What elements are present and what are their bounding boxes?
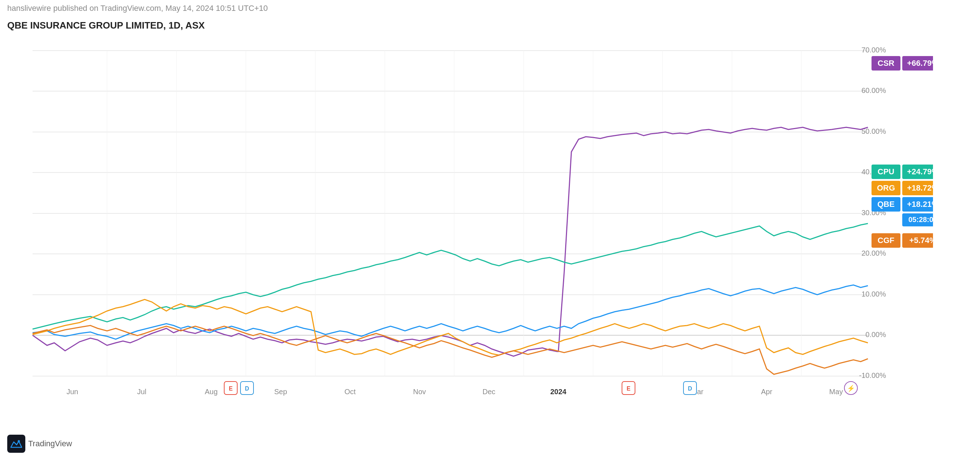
event-d2[interactable]: D (684, 382, 697, 395)
chart-title: QBE INSURANCE GROUP LIMITED, 1D, ASX (7, 20, 205, 31)
org-badge[interactable]: ORG (872, 181, 900, 195)
svg-text:60.00%: 60.00% (861, 86, 886, 94)
cgf-value-badge: +5.74% (902, 233, 933, 248)
svg-point-75 (18, 440, 20, 442)
svg-text:05:28:00: 05:28:00 (908, 215, 933, 223)
svg-text:ORG: ORG (877, 183, 895, 193)
svg-text:D: D (245, 385, 249, 392)
svg-text:CGF: CGF (878, 236, 894, 245)
cpu-line (33, 223, 868, 329)
csr-badge[interactable]: CSR (872, 56, 900, 70)
org-value-badge: +18.72% (902, 181, 933, 195)
svg-text:Nov: Nov (413, 388, 426, 396)
svg-text:70.00%: 70.00% (861, 46, 886, 54)
svg-text:CPU: CPU (878, 167, 894, 176)
svg-text:May: May (829, 388, 843, 396)
tradingview-text: TradingView (28, 439, 72, 449)
cgf-badge[interactable]: CGF (872, 233, 900, 248)
cpu-value-badge: +24.79% (902, 164, 933, 179)
csr-value-badge: +66.79% (902, 56, 933, 70)
svg-text:+18.21%: +18.21% (907, 200, 933, 209)
svg-text:+18.72%: +18.72% (907, 183, 933, 193)
svg-rect-74 (7, 435, 25, 453)
event-e1[interactable]: E (224, 382, 237, 395)
svg-text:E: E (229, 385, 233, 392)
csr-line (33, 127, 868, 356)
qbe-time-badge: 05:28:00 (902, 213, 933, 226)
svg-text:Aug: Aug (205, 388, 218, 396)
svg-text:+24.79%: +24.79% (907, 167, 933, 176)
svg-text:-10.00%: -10.00% (859, 371, 886, 379)
publisher-meta: hanslivewire published on TradingView.co… (7, 4, 268, 13)
event-lightning[interactable]: ⚡ (845, 382, 858, 395)
svg-text:Apr: Apr (761, 388, 772, 396)
y-axis-labels: -10.00% 0.00% 10.00% 20.00% 30.00% 40.00… (859, 46, 886, 379)
cpu-badge[interactable]: CPU (872, 164, 900, 179)
svg-text:Jul: Jul (137, 388, 146, 396)
svg-text:2024: 2024 (550, 388, 567, 396)
svg-text:Jun: Jun (67, 388, 78, 396)
tv-icon-svg (7, 435, 25, 453)
x-axis-labels: Jun Jul Aug Sep Oct Nov Dec 2024 Feb Mar… (67, 388, 843, 396)
svg-text:0.00%: 0.00% (865, 331, 886, 339)
svg-text:D: D (688, 385, 692, 392)
svg-text:QBE: QBE (877, 200, 895, 209)
svg-text:Oct: Oct (344, 388, 356, 396)
event-e2[interactable]: E (622, 382, 635, 395)
event-d1[interactable]: D (240, 382, 253, 395)
svg-text:20.00%: 20.00% (861, 249, 886, 257)
cgf-line (33, 325, 868, 374)
svg-text:E: E (627, 385, 631, 392)
tradingview-logo: TradingView (7, 435, 72, 453)
svg-text:+66.79%: +66.79% (907, 59, 933, 68)
svg-text:⚡: ⚡ (847, 384, 855, 392)
svg-text:Sep: Sep (274, 388, 287, 396)
qbe-value-badge: +18.21% (902, 197, 933, 212)
svg-text:+5.74%: +5.74% (909, 236, 933, 245)
svg-text:10.00%: 10.00% (861, 290, 886, 298)
qbe-badge[interactable]: QBE (872, 197, 900, 212)
chart-container: hanslivewire published on TradingView.co… (0, 0, 980, 460)
svg-text:CSR: CSR (878, 59, 895, 68)
svg-text:Dec: Dec (482, 388, 495, 396)
main-chart-svg: -10.00% 0.00% 10.00% 20.00% 30.00% 40.00… (7, 36, 933, 412)
